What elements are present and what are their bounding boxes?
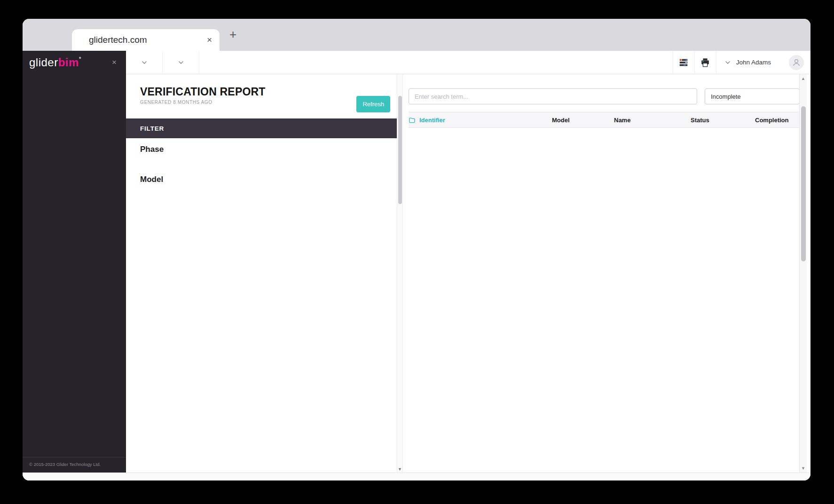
- sidebar: gliderbim° × © 2015-2023 Glider Technolo…: [23, 51, 126, 472]
- browser-chrome: glidertech.com × +: [23, 19, 810, 51]
- refresh-button[interactable]: Refresh: [356, 96, 390, 112]
- app-logo: gliderbim°: [29, 56, 112, 69]
- middle-panel-scrollbar[interactable]: ▼: [397, 74, 402, 472]
- phase-heading: Phase: [140, 145, 164, 154]
- sidebar-logo-row: gliderbim° ×: [23, 51, 126, 74]
- table-scrollbar[interactable]: ▲ ▼: [799, 74, 807, 472]
- phase-section-header: Phase: [126, 138, 397, 161]
- search-input[interactable]: [409, 88, 697, 104]
- folder-icon: [409, 117, 416, 124]
- chevron-down-icon: [724, 59, 732, 66]
- sidebar-menu: [23, 74, 126, 80]
- sidebar-footer: © 2015-2023 Glider Technology Ltd.: [23, 457, 126, 472]
- tab-title: glidertech.com: [89, 35, 207, 45]
- close-window-button[interactable]: [35, 32, 42, 39]
- minimize-window-button[interactable]: [47, 32, 54, 39]
- report-list-icon: [678, 57, 689, 68]
- page-title: VERIFICATION REPORT: [140, 86, 388, 98]
- scrollbar-up-arrow[interactable]: ▲: [800, 76, 807, 81]
- print-button[interactable]: [694, 51, 716, 74]
- topbar: John Adams: [126, 51, 810, 74]
- column-identifier[interactable]: Identifier: [409, 117, 552, 124]
- scrollbar-thumb[interactable]: [801, 106, 806, 261]
- column-name: Name: [614, 117, 691, 124]
- verification-table: Identifier Model Name Status Completion: [409, 112, 800, 128]
- model-legend: [126, 186, 397, 191]
- traffic-lights: [35, 32, 66, 39]
- new-tab-button[interactable]: +: [229, 27, 236, 42]
- scrollbar-down-arrow[interactable]: ▼: [397, 467, 402, 472]
- report-generated-label: GENERATED 8 MONTHS AGO: [140, 100, 388, 105]
- tab-close-icon[interactable]: ×: [207, 35, 212, 45]
- topbar-dropdown-2[interactable]: [163, 51, 199, 74]
- topbar-dropdown-1[interactable]: [126, 51, 163, 74]
- person-icon: [792, 58, 801, 67]
- browser-tab[interactable]: glidertech.com ×: [72, 29, 220, 51]
- avatar[interactable]: [789, 55, 804, 70]
- status-filter-select[interactable]: Incomplete: [705, 88, 800, 104]
- scrollbar-down-arrow[interactable]: ▼: [800, 466, 807, 471]
- column-model: Model: [552, 117, 614, 124]
- report-list-button[interactable]: [673, 51, 694, 74]
- column-status: Status: [691, 117, 755, 124]
- user-name: John Adams: [736, 59, 771, 66]
- report-header: VERIFICATION REPORT GENERATED 8 MONTHS A…: [126, 74, 397, 118]
- browser-window: glidertech.com × + gliderbim° × © 2015-2…: [23, 19, 810, 480]
- scrollbar-thumb[interactable]: [398, 96, 402, 204]
- user-menu[interactable]: John Adams: [716, 51, 810, 74]
- maximize-window-button[interactable]: [59, 32, 66, 39]
- verification-report-panel: VERIFICATION REPORT GENERATED 8 MONTHS A…: [126, 74, 402, 472]
- model-heading: Model: [140, 175, 163, 184]
- sidebar-close-icon[interactable]: ×: [112, 58, 117, 67]
- printer-icon: [700, 57, 710, 68]
- table-header-row: Identifier Model Name Status Completion: [409, 112, 800, 128]
- filter-section-header: FILTER: [126, 118, 397, 138]
- horizontal-scrollbar-track[interactable]: [23, 472, 810, 480]
- chevron-down-icon: [141, 59, 148, 66]
- verification-table-panel: Incomplete Identifier Model Name Status …: [402, 74, 810, 472]
- chevron-down-icon: [177, 59, 185, 66]
- column-completion: Completion: [755, 117, 790, 124]
